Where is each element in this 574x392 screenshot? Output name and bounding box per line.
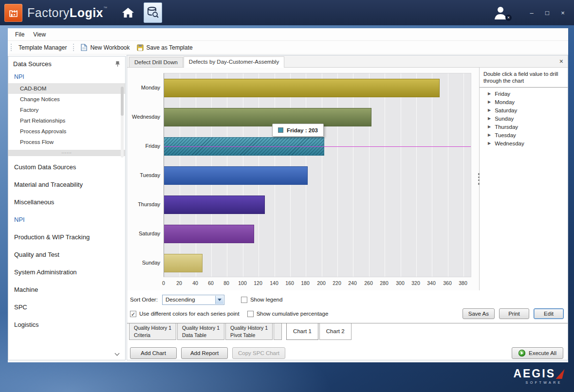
menu-item-file[interactable]: File [11, 30, 29, 39]
sidebar-mini-scrollbar[interactable] [121, 87, 124, 158]
bar-chart-plot[interactable]: Friday : 203 [164, 73, 471, 277]
template-manager-button[interactable]: Template Manager [15, 43, 70, 53]
save-as-button[interactable]: Save As [463, 308, 495, 319]
bar-saturday[interactable] [164, 225, 254, 243]
bar-thursday[interactable] [164, 196, 265, 214]
show-legend-checkbox[interactable]: Show legend [241, 297, 283, 303]
chart-options-row-2: ✓ Use different colors for each series p… [130, 308, 564, 319]
drill-item-tuesday[interactable]: ▶Tuesday [483, 131, 564, 140]
print-button[interactable]: Print [499, 308, 529, 319]
expand-arrow-icon[interactable]: ▶ [488, 125, 491, 129]
close-tab-icon[interactable]: × [559, 58, 563, 65]
expand-arrow-icon[interactable]: ▶ [488, 100, 491, 104]
x-tick-label: 200 [317, 280, 326, 286]
splitter-handle-icon[interactable] [478, 173, 480, 185]
drill-item-thursday[interactable]: ▶Thursday [483, 123, 564, 131]
expand-arrow-icon[interactable]: ▶ [488, 108, 491, 112]
gridline [416, 73, 417, 277]
scrollbar-thumb[interactable] [121, 87, 124, 116]
expand-arrow-icon[interactable]: ▶ [488, 92, 491, 96]
minimize-button[interactable]: – [528, 9, 535, 17]
new-workbook-button[interactable]: New Workbook [77, 42, 133, 53]
gridline [385, 73, 385, 277]
drill-item-wednesday[interactable]: ▶Wednesday [483, 140, 564, 148]
selection-highlight-line [164, 146, 471, 147]
show-cumulative-checkbox[interactable]: Show cumulative percentage [247, 311, 329, 317]
sidebar-splitter-handle[interactable]: ...... [8, 150, 125, 156]
drill-item-sunday[interactable]: ▶Sunday [483, 115, 564, 123]
aegis-logo: AEGIS SOFTWARE [513, 368, 563, 384]
drill-item-monday[interactable]: ▶Monday [483, 98, 564, 107]
checkbox-box-checked[interactable]: ✓ [130, 311, 136, 317]
execute-all-button[interactable]: Execute All [512, 347, 563, 359]
save-as-template-button[interactable]: Save as Template [133, 43, 196, 53]
dropdown-button[interactable] [215, 296, 223, 304]
bar-sunday[interactable] [164, 254, 203, 272]
sidebar-item-cad-bom[interactable]: CAD-BOM [8, 83, 125, 94]
sidebar-category-production-wip-tracking[interactable]: Production & WIP Tracking [8, 229, 125, 246]
sheet-tab-quality-history-1-criteria[interactable]: Quality History 1Criteria [129, 323, 176, 340]
x-tick-label: 20 [176, 280, 182, 286]
drill-item-label: Sunday [495, 116, 514, 122]
user-logout-icon[interactable]: × [493, 5, 509, 20]
toolbar: Template Manager New Workbook Save as Te… [8, 41, 568, 54]
execute-icon [518, 350, 525, 356]
checkbox-box[interactable] [241, 297, 247, 303]
close-button[interactable]: × [559, 9, 566, 17]
sidebar-category-npi[interactable]: NPI [8, 211, 125, 229]
window-content: FileView Template Manager New Workbook [8, 28, 568, 362]
x-tick-label: 380 [459, 280, 467, 286]
add-chart-button[interactable]: Add Chart [130, 347, 177, 359]
menu-item-view[interactable]: View [29, 30, 50, 39]
sort-order-dropdown[interactable]: Descending [162, 295, 224, 305]
bar-tuesday[interactable] [164, 166, 308, 185]
use-different-colors-checkbox[interactable]: ✓ Use different colors for each series p… [130, 311, 240, 317]
category-label-friday: Friday [127, 143, 160, 149]
doc-tab-defect-drill-down[interactable]: Defect Drill Down [129, 57, 183, 67]
data-sources-header: Data Sources [8, 56, 125, 71]
x-tick-label: 240 [348, 280, 357, 286]
factory-glyph [8, 7, 19, 18]
bar-wednesday[interactable] [164, 108, 371, 126]
pin-icon[interactable] [115, 61, 120, 67]
expand-arrow-icon[interactable]: ▶ [488, 133, 491, 137]
expand-arrow-icon[interactable]: ▶ [488, 117, 491, 121]
brand-trademark: ™ [103, 6, 108, 10]
drill-item-friday[interactable]: ▶Friday [483, 90, 564, 98]
sidebar-category-spc[interactable]: SPC [8, 299, 125, 316]
edit-button[interactable]: Edit [534, 308, 564, 319]
sheet-tab-chart-1[interactable]: Chart 1 [286, 323, 318, 340]
aegis-brand-text: AEGIS [513, 368, 555, 379]
sidebar-category-custom-data-sources[interactable]: Custom Data Sources [8, 159, 125, 176]
sidebar-item-factory[interactable]: Factory [8, 105, 125, 115]
expand-arrow-icon[interactable]: ▶ [488, 142, 491, 145]
sidebar-item-process-flow[interactable]: Process Flow [8, 137, 125, 147]
home-icon[interactable] [119, 4, 137, 21]
sidebar-group-npi[interactable]: NPI [8, 71, 125, 83]
copy-spc-chart-button: Copy SPC Chart [232, 347, 285, 359]
maximize-button[interactable]: □ [544, 9, 551, 17]
sidebar-category-miscellaneous[interactable]: Miscellaneous [8, 194, 125, 211]
sheet-tab-quality-history-1-pivot-table[interactable]: Quality History 1Pivot Table [225, 323, 273, 340]
use-different-colors-label: Use different colors for each series poi… [139, 311, 240, 317]
sheet-tab-quality-history-1-data-table[interactable]: Quality History 1Data Table [177, 323, 224, 340]
sidebar-category-logistics[interactable]: Logistics [8, 316, 125, 334]
scroll-down-chevron-icon[interactable] [113, 351, 121, 357]
sidebar-category-material-and-traceability[interactable]: Material and Traceability [8, 176, 125, 194]
checkbox-box[interactable] [247, 311, 254, 317]
sidebar-category-quality-and-test[interactable]: Quality and Test [8, 246, 125, 264]
sidebar-category-system-administration[interactable]: System Administration [8, 264, 125, 281]
x-tick-label: 100 [238, 280, 247, 286]
drill-item-saturday[interactable]: ▶Saturday [483, 107, 564, 115]
sheet-tab-chart-2[interactable]: Chart 2 [319, 323, 352, 340]
sheet-tab-spacer[interactable] [274, 323, 282, 340]
sidebar-item-change-notices[interactable]: Change Notices [8, 94, 125, 105]
sidebar-item-process-approvals[interactable]: Process Approvals [8, 126, 125, 137]
data-analysis-icon[interactable] [144, 2, 162, 23]
new-document-icon [81, 44, 87, 51]
sidebar-item-part-relationships[interactable]: Part Relationships [8, 115, 125, 126]
add-report-button[interactable]: Add Report [181, 347, 228, 359]
sidebar-category-machine[interactable]: Machine [8, 281, 125, 299]
doc-tab-defects-by-day-customer-assembly[interactable]: Defects by Day-Customer-Assembly [184, 56, 284, 68]
bar-monday[interactable] [164, 79, 440, 97]
